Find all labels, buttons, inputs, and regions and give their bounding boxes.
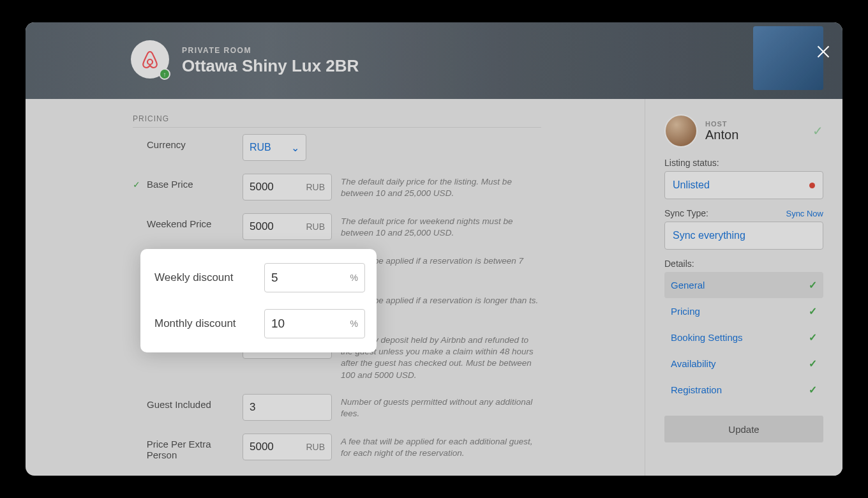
detail-label: Pricing (671, 306, 700, 317)
weekend-price-input[interactable] (250, 220, 306, 233)
weekend-price-input-wrap: RUB (243, 213, 332, 240)
help-guest-included: Number of guests permitted without any a… (332, 394, 541, 419)
detail-label: General (671, 280, 705, 290)
svg-point-0 (147, 59, 153, 64)
detail-item-registration[interactable]: Registration ✓ (664, 377, 823, 403)
help-base-price: The default daily price for the listing.… (332, 174, 541, 199)
listing-status-select[interactable]: Unlisted (664, 171, 823, 199)
detail-label: Booking Settings (671, 332, 743, 343)
suffix-percent: % (350, 273, 358, 283)
listing-status-label: Listing status: (664, 158, 823, 168)
label-currency: Currency (147, 139, 186, 150)
host-name: Anton (705, 128, 738, 142)
row-monthly-discount: Monthly discount % (154, 309, 365, 338)
monthly-discount-input-wrap: % (264, 309, 365, 338)
sync-type-select[interactable]: Sync everything (664, 222, 823, 250)
base-price-input[interactable] (250, 181, 306, 193)
check-icon: ✓ (809, 331, 817, 343)
suffix-rub: RUB (306, 442, 325, 452)
listing-title: Ottawa Shiny Lux 2BR (182, 56, 359, 76)
price-per-extra-input[interactable] (250, 441, 306, 453)
suffix-percent: % (350, 319, 358, 329)
sync-now-link[interactable]: Sync Now (786, 209, 823, 218)
row-weekend-price: ✓Weekend Price RUB The default price for… (133, 213, 541, 240)
hero-thumbnail (753, 26, 823, 90)
currency-select[interactable]: RUB ⌄ (243, 134, 306, 161)
label-base-price: Base Price (147, 179, 193, 190)
status-dot-icon (809, 183, 815, 188)
listing-status-value: Unlisted (673, 179, 710, 191)
detail-item-pricing[interactable]: Pricing ✓ (664, 298, 823, 324)
check-icon: ✓ (809, 358, 817, 370)
update-button[interactable]: Update (664, 416, 823, 442)
sync-type-value: Sync everything (673, 230, 745, 241)
row-price-per-extra: ✓Price Per Extra Person RUB A fee that w… (133, 434, 541, 460)
upload-badge-icon (159, 68, 170, 80)
check-icon: ✓ (809, 305, 817, 317)
platform-logo-badge (131, 40, 169, 79)
guest-included-input[interactable] (250, 401, 325, 414)
help-weekend-price: The default price for weekend nights mus… (332, 213, 541, 239)
label-weekend-price: Weekend Price (147, 218, 211, 229)
label-guest-included: Guest Included (147, 399, 211, 410)
price-per-extra-input-wrap: RUB (243, 434, 332, 460)
check-icon: ✓ (809, 279, 817, 291)
detail-label: Registration (671, 384, 722, 395)
check-icon: ✓ (133, 179, 143, 190)
chevron-down-icon: ⌄ (291, 142, 299, 154)
sidebar: HOST Anton ✓ Listing status: Unlisted Sy… (645, 99, 842, 476)
weekly-discount-input-wrap: % (264, 263, 365, 292)
host-avatar (664, 114, 698, 147)
currency-value: RUB (250, 142, 271, 153)
listing-type-eyebrow: PRIVATE ROOM (182, 46, 359, 55)
monthly-discount-input[interactable] (271, 317, 350, 331)
host-label: HOST (705, 120, 738, 128)
base-price-input-wrap: RUB (243, 174, 332, 200)
check-icon: ✓ (809, 384, 817, 396)
label-price-per-extra: Price Per Extra Person (147, 439, 243, 460)
discount-highlight-card: Weekly discount % Monthly discount % (140, 249, 377, 352)
host-row: HOST Anton ✓ (664, 114, 823, 147)
detail-item-availability[interactable]: Availability ✓ (664, 351, 823, 377)
row-guest-included: ✓Guest Included Number of guests permitt… (133, 394, 541, 421)
divider (133, 127, 541, 128)
row-currency: ✓Currency RUB ⌄ (133, 134, 541, 161)
sync-type-label: Sync Type: (664, 208, 708, 218)
details-label: Details: (664, 259, 823, 269)
weekly-discount-input[interactable] (271, 271, 350, 285)
guest-included-input-wrap (243, 394, 332, 421)
detail-item-booking-settings[interactable]: Booking Settings ✓ (664, 324, 823, 351)
details-list: General ✓ Pricing ✓ Booking Settings ✓ A… (664, 272, 823, 403)
suffix-rub: RUB (306, 222, 325, 232)
modal-header: PRIVATE ROOM Ottawa Shiny Lux 2BR (26, 22, 842, 99)
airbnb-icon (140, 49, 160, 70)
close-icon[interactable] (814, 43, 832, 61)
section-label-pricing: PRICING (133, 114, 619, 123)
help-max-cleaning: Maximum cleaning fee is (600 USD + 25% n… (332, 473, 541, 476)
label-monthly-discount: Monthly discount (154, 317, 264, 330)
listing-settings-modal: PRIVATE ROOM Ottawa Shiny Lux 2BR PRICIN… (26, 22, 842, 476)
row-max-cleaning: Maximum cleaning fee is (600 USD + 25% n… (133, 473, 541, 476)
detail-label: Availability (671, 358, 716, 369)
detail-item-general[interactable]: General ✓ (664, 272, 823, 298)
suffix-rub: RUB (306, 182, 325, 192)
help-price-per-extra: A fee that will be applied for each addi… (332, 434, 541, 459)
label-weekly-discount: Weekly discount (154, 271, 264, 284)
row-base-price: ✓Base Price RUB The default daily price … (133, 174, 541, 200)
check-icon: ✓ (812, 123, 823, 139)
row-weekly-discount: Weekly discount % (154, 263, 365, 292)
